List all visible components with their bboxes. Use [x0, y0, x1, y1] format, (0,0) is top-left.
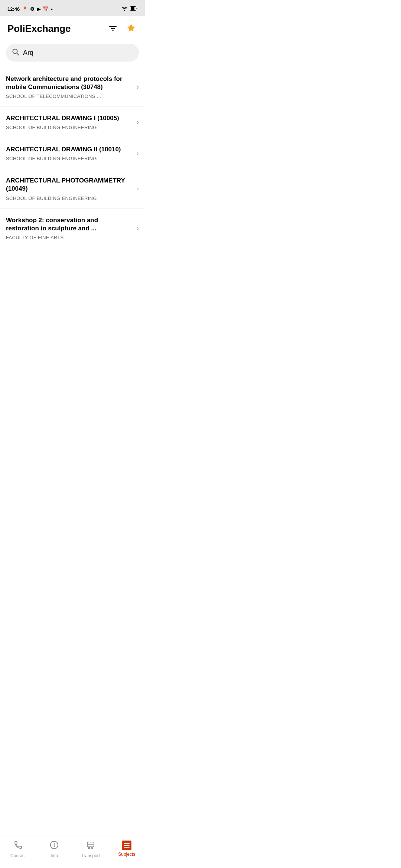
status-bar: 12:46 📍 ⚙ ▶ 📅 • [0, 0, 145, 16]
result-subtitle: SCHOOL OF BUILDING ENGINEERING [6, 195, 132, 201]
result-item[interactable]: ARCHITECTURAL PHOTOGRAMMETRY (10049) SCH… [0, 169, 145, 208]
svg-line-6 [17, 53, 19, 55]
result-content: ARCHITECTURAL DRAWING II (10010) SCHOOL … [6, 145, 137, 161]
search-container [0, 41, 145, 68]
result-title: Workshop 2: conservation and restoration… [6, 216, 132, 233]
result-item[interactable]: ARCHITECTURAL DRAWING II (10010) SCHOOL … [0, 138, 145, 169]
wifi-icon [121, 6, 128, 12]
result-subtitle: SCHOOL OF BUILDING ENGINEERING [6, 156, 132, 161]
status-right-icons [121, 6, 137, 12]
chevron-right-icon: › [137, 185, 139, 193]
chevron-right-icon: › [137, 149, 139, 157]
chevron-right-icon: › [137, 83, 139, 91]
favorite-button[interactable] [125, 22, 137, 35]
result-content: Workshop 2: conservation and restoration… [6, 216, 137, 240]
result-title: ARCHITECTURAL DRAWING II (10010) [6, 145, 132, 154]
app-title: PoliExchange [7, 23, 71, 34]
location-icon: 📍 [22, 6, 28, 12]
result-subtitle: SCHOOL OF TELECOMMUNICATIONS ... [6, 93, 132, 99]
battery-icon [130, 6, 137, 12]
filter-icon [108, 24, 117, 33]
result-item[interactable]: Network architecture and protocols for m… [0, 68, 145, 107]
calendar-icon: 📅 [43, 6, 49, 12]
video-icon: ▶ [37, 6, 40, 12]
search-icon [12, 48, 19, 57]
result-item[interactable]: ARCHITECTURAL DRAWING I (10005) SCHOOL O… [0, 107, 145, 138]
filter-button[interactable] [107, 23, 119, 34]
search-input[interactable] [23, 49, 133, 57]
result-subtitle: SCHOOL OF BUILDING ENGINEERING [6, 125, 132, 130]
result-item[interactable]: Workshop 2: conservation and restoration… [0, 209, 145, 248]
dot-icon: • [51, 6, 53, 12]
result-content: ARCHITECTURAL DRAWING I (10005) SCHOOL O… [6, 114, 137, 130]
result-title: ARCHITECTURAL DRAWING I (10005) [6, 114, 132, 122]
result-content: Network architecture and protocols for m… [6, 75, 137, 99]
result-title: ARCHITECTURAL PHOTOGRAMMETRY (10049) [6, 177, 132, 193]
status-time: 12:46 📍 ⚙ ▶ 📅 • [7, 6, 53, 12]
result-title: Network architecture and protocols for m… [6, 75, 132, 91]
result-content: ARCHITECTURAL PHOTOGRAMMETRY (10049) SCH… [6, 177, 137, 201]
results-list: Network architecture and protocols for m… [0, 68, 145, 282]
header-actions [107, 22, 137, 35]
result-subtitle: FACULTY OF FINE ARTS [6, 235, 132, 240]
search-bar [6, 44, 139, 62]
chevron-right-icon: › [137, 118, 139, 126]
star-icon [126, 24, 136, 33]
chevron-right-icon: › [137, 224, 139, 232]
svg-rect-1 [131, 7, 134, 10]
header: PoliExchange [0, 16, 145, 41]
settings-icon: ⚙ [30, 6, 35, 12]
